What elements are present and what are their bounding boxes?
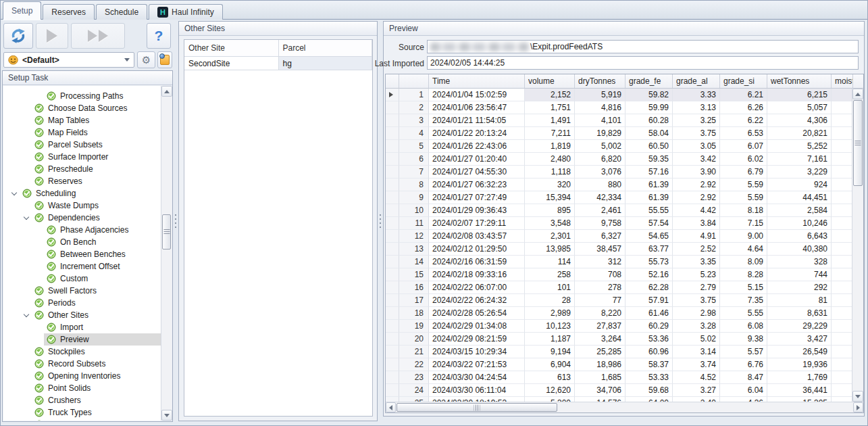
- cell-grade-si[interactable]: 6.22: [720, 114, 767, 127]
- cell-wettonnes[interactable]: 15,305: [767, 397, 832, 402]
- cell-drytonnes[interactable]: 18,986: [575, 358, 626, 371]
- cell-grade-fe[interactable]: 53.36: [626, 333, 673, 346]
- cell-wettonnes[interactable]: 40,380: [767, 243, 832, 256]
- cell-wettonnes[interactable]: 328: [767, 256, 832, 268]
- cell-grade-fe[interactable]: 60.96: [626, 346, 673, 358]
- column-header-parcel[interactable]: Parcel: [279, 40, 373, 57]
- grid-row-13[interactable]: 132024/02/12 01:29:5013,98538,45763.772.…: [386, 243, 852, 256]
- cell-drytonnes[interactable]: 5,919: [575, 89, 626, 101]
- cell-volume[interactable]: 6,904: [525, 358, 575, 371]
- cell-volume[interactable]: 1,751: [525, 101, 575, 114]
- cell-volume[interactable]: 613: [525, 371, 575, 384]
- cell-drytonnes[interactable]: 19,829: [575, 127, 626, 140]
- tree-item-point-solids[interactable]: Point Solids: [3, 382, 161, 394]
- tab-setup[interactable]: Setup: [3, 1, 41, 20]
- cell-drytonnes[interactable]: 8,220: [575, 307, 626, 320]
- cell-grade-al[interactable]: 3.74: [673, 358, 720, 371]
- grid-row-16[interactable]: 162024/02/22 06:07:0010127862.282.795.15…: [386, 281, 852, 294]
- cell-grade-si[interactable]: 6.02: [720, 153, 767, 166]
- cell-moistu[interactable]: [832, 281, 852, 294]
- cell-moistu[interactable]: [832, 166, 852, 179]
- tree-item-parcel-subsets[interactable]: Parcel Subsets: [3, 139, 161, 151]
- cell-grade-fe[interactable]: 63.77: [626, 243, 673, 256]
- cell-wettonnes[interactable]: 19,936: [767, 358, 832, 371]
- cell-time[interactable]: 2024/02/16 06:31:59: [429, 256, 525, 268]
- cell-grade-fe[interactable]: 59.82: [626, 89, 673, 101]
- cell-time[interactable]: 2024/01/22 20:13:24: [429, 127, 525, 140]
- cell-grade-si[interactable]: 5.55: [720, 307, 767, 320]
- grid-row-1[interactable]: 12024/01/04 15:02:592,1525,91959.823.336…: [386, 89, 852, 101]
- cell-moistu[interactable]: [832, 371, 852, 384]
- cell-time[interactable]: 2024/01/27 04:55:30: [429, 166, 525, 179]
- cell-drytonnes[interactable]: 9,758: [575, 217, 626, 230]
- cell-volume[interactable]: 114: [525, 256, 575, 268]
- cell-time[interactable]: 2024/02/29 01:34:08: [429, 320, 525, 333]
- cell-drytonnes[interactable]: 6,820: [575, 153, 626, 166]
- other-site-cell[interactable]: SecondSite: [184, 57, 279, 70]
- cell-drytonnes[interactable]: 4,816: [575, 101, 626, 114]
- cell-grade-al[interactable]: 5.23: [673, 268, 720, 281]
- tree-item-choose-data-sources[interactable]: Choose Data Sources: [3, 102, 161, 114]
- tree-item-between-benches[interactable]: Between Benches: [3, 248, 161, 260]
- tree-item-preschedule[interactable]: Preschedule: [3, 163, 161, 175]
- cell-grade-si[interactable]: 8.09: [720, 256, 767, 268]
- cell-grade-fe[interactable]: 60.29: [626, 320, 673, 333]
- tree-item-truck-types[interactable]: Truck Types: [3, 406, 161, 419]
- cell-time[interactable]: 2024/02/07 17:29:11: [429, 217, 525, 230]
- tree-item-crushers[interactable]: Crushers: [3, 394, 161, 406]
- row-number-cell[interactable]: 10: [399, 204, 429, 217]
- cell-grade-fe[interactable]: 64.00: [626, 397, 673, 402]
- tree-scroll-up-button[interactable]: [161, 86, 172, 97]
- cell-grade-al[interactable]: 3.25: [673, 114, 720, 127]
- cell-grade-fe[interactable]: 54.65: [626, 230, 673, 243]
- row-number-cell[interactable]: 13: [399, 243, 429, 256]
- source-field[interactable]: \Expit.prodFeedATS: [427, 40, 859, 53]
- cell-time[interactable]: 2024/02/12 01:29:50: [429, 243, 525, 256]
- cell-grade-si[interactable]: 6.53: [720, 127, 767, 140]
- chevron-down-icon[interactable]: [11, 190, 17, 195]
- cell-grade-si[interactable]: 6.04: [720, 384, 767, 397]
- cell-moistu[interactable]: [832, 140, 852, 153]
- tree-item-swell-factors[interactable]: Swell Factors: [3, 285, 161, 297]
- cell-wettonnes[interactable]: 924: [767, 179, 832, 191]
- tree-item-phase-adjacencies[interactable]: Phase Adjacencies: [3, 224, 161, 236]
- tree-item-on-bench[interactable]: On Bench: [3, 236, 161, 248]
- grid-scroll-right-button[interactable]: [853, 402, 863, 412]
- cell-grade-al[interactable]: 2.98: [673, 307, 720, 320]
- cell-wettonnes[interactable]: 744: [767, 268, 832, 281]
- grid-horizontal-scrollbar[interactable]: [386, 402, 863, 412]
- grid-row-3[interactable]: 32024/01/21 11:54:051,4914,10160.283.256…: [386, 114, 852, 127]
- cell-grade-al[interactable]: 3.75: [673, 127, 720, 140]
- cell-grade-fe[interactable]: 55.73: [626, 256, 673, 268]
- cell-grade-al[interactable]: 3.42: [673, 153, 720, 166]
- cell-grade-si[interactable]: 6.07: [720, 140, 767, 153]
- cell-volume[interactable]: 15,394: [525, 191, 575, 204]
- cell-time[interactable]: 2024/01/26 22:43:06: [429, 140, 525, 153]
- tree-item-custom[interactable]: Custom: [3, 273, 161, 285]
- cell-time[interactable]: 2024/01/27 06:32:23: [429, 179, 525, 191]
- cell-time[interactable]: 2024/01/06 23:56:47: [429, 101, 525, 114]
- cell-grade-fe[interactable]: 53.33: [626, 371, 673, 384]
- cell-drytonnes[interactable]: 27,837: [575, 320, 626, 333]
- row-number-cell[interactable]: 1: [399, 89, 429, 101]
- cell-grade-al[interactable]: 3.33: [673, 89, 720, 101]
- settings-gear-button[interactable]: ⚙: [137, 51, 155, 68]
- grid-row-10[interactable]: 102024/01/29 09:36:438952,46155.554.428.…: [386, 204, 852, 217]
- row-number-cell[interactable]: 21: [399, 346, 429, 358]
- cell-moistu[interactable]: [832, 307, 852, 320]
- cell-grade-si[interactable]: 8.28: [720, 268, 767, 281]
- cell-volume[interactable]: 5,300: [525, 397, 575, 402]
- cell-wettonnes[interactable]: 4,306: [767, 114, 832, 127]
- grid-scroll-up-button[interactable]: [852, 89, 863, 99]
- cell-grade-si[interactable]: 8.18: [720, 204, 767, 217]
- cell-volume[interactable]: 1,491: [525, 114, 575, 127]
- grid-row-22[interactable]: 222024/03/22 07:21:536,90418,98658.373.7…: [386, 358, 852, 371]
- cell-volume[interactable]: 2,152: [525, 89, 575, 101]
- column-header-other-site[interactable]: Other Site: [184, 40, 279, 57]
- tree-item-preview[interactable]: Preview: [3, 333, 161, 346]
- cell-drytonnes[interactable]: 25,285: [575, 346, 626, 358]
- row-number-cell[interactable]: 19: [399, 320, 429, 333]
- cell-moistu[interactable]: [832, 346, 852, 358]
- grid-row-8[interactable]: 82024/01/27 06:32:2332088061.392.925.599…: [386, 179, 852, 191]
- cell-grade-si[interactable]: 6.21: [720, 89, 767, 101]
